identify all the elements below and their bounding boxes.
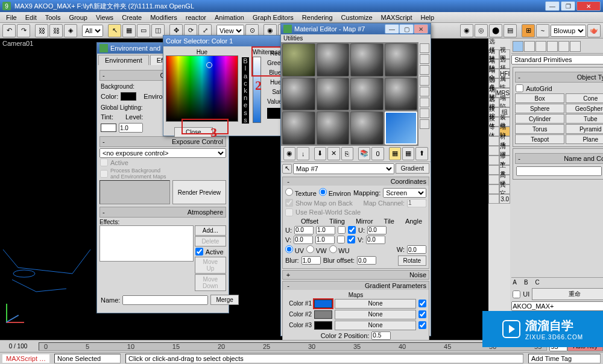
mat-effects-icon[interactable]: 0	[371, 147, 384, 160]
reset-icon[interactable]: ✕	[327, 147, 339, 160]
material-slot[interactable]	[385, 78, 418, 111]
make-copy-icon[interactable]: ⎘	[341, 147, 353, 160]
backlight-icon[interactable]	[420, 54, 429, 64]
render-icon[interactable]: ◉	[460, 24, 473, 37]
put-library-icon[interactable]: 📚	[358, 147, 370, 160]
render-preview-button[interactable]: Render Preview	[172, 180, 226, 204]
material-slot[interactable]	[317, 78, 350, 111]
material-name-select[interactable]: Map #7	[293, 163, 394, 174]
unlink-icon[interactable]: ⛓	[49, 24, 63, 37]
palette-icon[interactable]: ⊞	[522, 24, 535, 37]
material-slot[interactable]	[385, 43, 418, 77]
material-slot[interactable]	[282, 43, 315, 77]
tube-button[interactable]: Tube	[566, 114, 603, 124]
material-icon[interactable]: ⬤	[489, 24, 502, 37]
hue-field[interactable]	[166, 55, 238, 122]
menu-create[interactable]: Create	[118, 13, 145, 22]
layer-icon[interactable]: ▤	[504, 24, 517, 37]
material-slot-active[interactable]	[385, 111, 418, 145]
menu-edit[interactable]: Edit	[22, 13, 40, 22]
menu-group[interactable]: Group	[65, 13, 91, 22]
menu-animation[interactable]: Animation	[211, 13, 248, 22]
menu-modifiers[interactable]: Modifiers	[147, 13, 181, 22]
level-input[interactable]	[119, 123, 143, 133]
scene-name-input[interactable]	[511, 301, 603, 311]
display-tab-icon[interactable]	[558, 41, 569, 52]
material-slot[interactable]	[282, 78, 315, 111]
redo-icon[interactable]: ↷	[17, 24, 30, 37]
material-maximize-button[interactable]: ▢	[399, 24, 414, 34]
material-slot[interactable]	[350, 43, 384, 77]
material-slot[interactable]	[282, 111, 315, 145]
teapot-icon[interactable]: 🫖	[587, 24, 601, 37]
maxscript-button[interactable]: MAXScript …	[2, 354, 49, 363]
link-icon[interactable]: ⛓	[35, 24, 48, 37]
render-type[interactable]: Blowup	[551, 25, 586, 37]
quickrender-icon[interactable]: ◎	[475, 24, 488, 37]
add-effect-button[interactable]: Add...	[195, 225, 226, 236]
utilities-tab-icon[interactable]	[570, 41, 581, 52]
close-button[interactable]: ✕	[576, 1, 601, 11]
geosphere-button[interactable]: GeoSphere	[566, 104, 603, 113]
menu-maxscript[interactable]: MAXScript	[377, 13, 416, 22]
menu-grapheditors[interactable]: Graph Editors	[249, 13, 297, 22]
menu-file[interactable]: File	[2, 13, 21, 22]
show-map-icon[interactable]: ▦	[389, 147, 401, 160]
sphere-button[interactable]: Sphere	[515, 104, 564, 113]
sample-uv-icon[interactable]	[420, 76, 429, 86]
cylinder-button[interactable]: Cylinder	[515, 114, 564, 124]
rename-button[interactable]: 重命	[532, 288, 603, 300]
torus-button[interactable]: Torus	[515, 124, 564, 134]
rotate-button[interactable]: Rotate	[398, 256, 426, 266]
mapping-select[interactable]: Screen	[383, 188, 426, 198]
material-slot[interactable]	[350, 78, 384, 111]
object-name-input[interactable]	[516, 166, 602, 176]
options-icon[interactable]	[420, 108, 429, 118]
box-button[interactable]: Box	[515, 93, 564, 103]
teapot-button[interactable]: Teapot	[515, 134, 564, 144]
bind-icon[interactable]: ◈	[64, 24, 77, 37]
show-end-icon[interactable]: ▦	[402, 147, 414, 160]
time-slider[interactable]: 0510152025303540455055	[39, 342, 547, 351]
menu-rendering[interactable]: Rendering	[298, 13, 336, 22]
menu-tools[interactable]: Tools	[42, 13, 65, 22]
autogrid-checkbox[interactable]	[516, 84, 523, 92]
tint-swatch[interactable]	[101, 124, 116, 132]
select-region-icon[interactable]: ▭	[137, 24, 150, 37]
plane-button[interactable]: Plane	[566, 134, 603, 144]
menu-views[interactable]: Views	[92, 13, 117, 22]
material-slot[interactable]	[317, 43, 350, 77]
color2-swatch[interactable]	[314, 310, 332, 319]
cone-button[interactable]: Cone	[566, 93, 603, 103]
maximize-button[interactable]: ❐	[561, 1, 575, 11]
material-minimize-button[interactable]: —	[385, 24, 399, 34]
select-name-icon[interactable]: ▦	[122, 24, 136, 37]
put-to-scene-icon[interactable]: ↓	[297, 147, 309, 160]
sample-type-icon[interactable]	[420, 43, 429, 53]
blackness-strip[interactable]: Blackness	[242, 57, 249, 124]
menu-customize[interactable]: Customize	[338, 13, 376, 22]
material-slot[interactable]	[350, 111, 384, 145]
color-close-button[interactable]: Close	[174, 127, 213, 137]
pick-icon[interactable]: ↖	[282, 164, 292, 174]
select-by-mat-icon[interactable]	[420, 119, 429, 129]
create-tab-icon[interactable]	[513, 41, 523, 52]
make-preview-icon[interactable]	[420, 98, 429, 107]
environment-tab[interactable]: Environment	[98, 55, 149, 65]
selection-filter[interactable]: All	[82, 25, 103, 37]
merge-button[interactable]: Merge	[210, 295, 238, 305]
menu-help[interactable]: Help	[417, 13, 438, 22]
color3-swatch[interactable]	[314, 321, 332, 330]
video-color-icon[interactable]	[420, 87, 429, 96]
undo-icon[interactable]: ↶	[2, 24, 16, 37]
pyramid-button[interactable]: Pyramid	[566, 124, 603, 134]
assign-icon[interactable]: ⬇	[314, 147, 326, 160]
hierarchy-tab-icon[interactable]	[535, 41, 546, 52]
background-icon[interactable]	[420, 65, 429, 75]
menu-reactor[interactable]: reactor	[182, 13, 210, 22]
gradient-type-button[interactable]: Gradient	[396, 163, 429, 174]
curve-icon[interactable]: ~	[536, 24, 549, 37]
select-icon[interactable]: ↖	[108, 24, 121, 37]
effects-list[interactable]	[99, 225, 194, 262]
minimize-button[interactable]: —	[545, 1, 560, 11]
